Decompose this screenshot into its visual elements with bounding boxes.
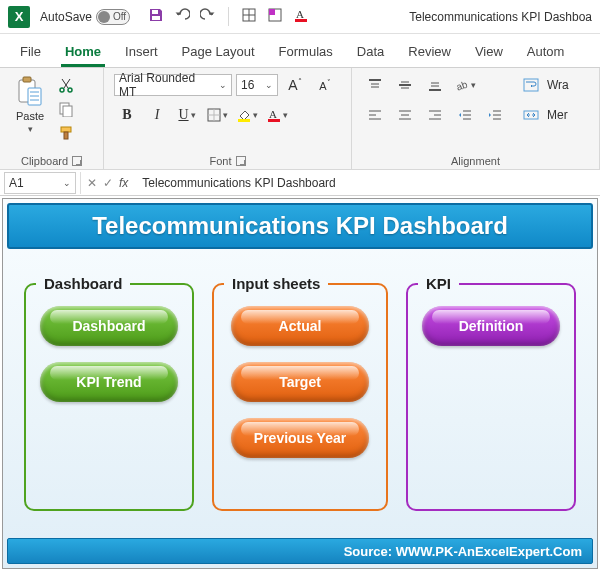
redo-icon[interactable] — [200, 7, 216, 26]
font-size-combo[interactable]: 16⌄ — [236, 74, 278, 96]
ribbon: Paste ▾ Clipboard Arial Rounded MT⌄ 16⌄ … — [0, 68, 600, 170]
increase-font-button[interactable]: A˄ — [282, 74, 308, 96]
copy-icon[interactable] — [56, 100, 76, 118]
formula-bar: A1⌄ ✕ ✓ fx Telecommunications KPI Dashbo… — [0, 170, 600, 196]
merge-center-button[interactable]: Mer — [518, 104, 574, 126]
title-bar: AutoSave Off A Telecommunications KPI Da… — [0, 0, 600, 34]
svg-rect-24 — [238, 119, 250, 122]
btn-definition[interactable]: Definition — [422, 306, 560, 346]
autosave-label: AutoSave — [40, 10, 92, 24]
clipboard-group-label: Clipboard — [21, 155, 68, 167]
name-box[interactable]: A1⌄ — [4, 172, 76, 194]
tab-automate[interactable]: Autom — [523, 38, 569, 67]
cancel-formula-icon[interactable]: ✕ — [87, 176, 97, 190]
borders-qat-icon[interactable] — [241, 7, 257, 26]
svg-text:A: A — [296, 8, 304, 20]
cut-icon[interactable] — [56, 76, 76, 94]
tab-data[interactable]: Data — [353, 38, 388, 67]
tab-formulas[interactable]: Formulas — [275, 38, 337, 67]
panel-dashboard: Dashboard Dashboard KPI Trend — [24, 275, 194, 511]
format-painter-icon[interactable] — [56, 124, 76, 142]
chevron-down-icon: ▾ — [28, 124, 33, 134]
tab-page-layout[interactable]: Page Layout — [178, 38, 259, 67]
quick-access-toolbar: A — [148, 7, 309, 26]
svg-rect-19 — [61, 127, 71, 132]
font-name-value: Arial Rounded MT — [119, 71, 215, 99]
align-top-button[interactable] — [362, 74, 388, 96]
btn-target[interactable]: Target — [231, 362, 369, 402]
tab-view[interactable]: View — [471, 38, 507, 67]
svg-rect-10 — [23, 77, 31, 82]
separator — [228, 7, 229, 26]
font-name-combo[interactable]: Arial Rounded MT⌄ — [114, 74, 232, 96]
svg-rect-8 — [295, 19, 307, 22]
autosave-toggle[interactable]: Off — [96, 9, 130, 25]
increase-indent-button[interactable] — [482, 104, 508, 126]
btn-previous-year[interactable]: Previous Year — [231, 418, 369, 458]
tab-review[interactable]: Review — [404, 38, 455, 67]
wrap-label: Wra — [547, 78, 569, 92]
panel-kpi: KPI Definition — [406, 275, 576, 511]
panel-dashboard-legend: Dashboard — [36, 275, 130, 292]
chevron-down-icon: ⌄ — [219, 80, 227, 90]
document-title: Telecommunications KPI Dashboa — [389, 10, 592, 24]
group-clipboard: Paste ▾ Clipboard — [0, 68, 104, 169]
btn-actual[interactable]: Actual — [231, 306, 369, 346]
align-middle-button[interactable] — [392, 74, 418, 96]
decrease-indent-button[interactable] — [452, 104, 478, 126]
svg-point-15 — [60, 88, 64, 92]
panel-kpi-legend: KPI — [418, 275, 459, 292]
chevron-down-icon: ⌄ — [265, 80, 273, 90]
svg-point-16 — [68, 88, 72, 92]
align-right-button[interactable] — [422, 104, 448, 126]
panel-input-sheets: Input sheets Actual Target Previous Year — [212, 275, 388, 511]
fill-color-button[interactable]: ▾ — [234, 104, 260, 126]
dashboard-footer: Source: WWW.PK-AnExcelExpert.Com — [7, 538, 593, 564]
tab-insert[interactable]: Insert — [121, 38, 162, 67]
group-font: Arial Rounded MT⌄ 16⌄ A˄ A˅ B I U▾ ▾ ▾ A… — [104, 68, 352, 169]
excel-logo-icon — [8, 6, 30, 28]
chevron-down-icon: ▾ — [283, 110, 288, 120]
save-icon[interactable] — [148, 7, 164, 26]
align-left-button[interactable] — [362, 104, 388, 126]
font-launcher-icon[interactable] — [236, 156, 246, 166]
decrease-font-button[interactable]: A˅ — [312, 74, 338, 96]
tab-file[interactable]: File — [16, 38, 45, 67]
clipboard-launcher-icon[interactable] — [72, 156, 82, 166]
svg-rect-18 — [63, 106, 72, 117]
btn-kpi-trend[interactable]: KPI Trend — [40, 362, 178, 402]
underline-button[interactable]: U▾ — [174, 104, 200, 126]
autosave-state: Off — [113, 11, 126, 22]
font-group-label: Font — [209, 155, 231, 167]
formula-input[interactable]: Telecommunications KPI Dashboard — [134, 176, 600, 190]
italic-button[interactable]: I — [144, 104, 170, 126]
ribbon-tabs: File Home Insert Page Layout Formulas Da… — [0, 34, 600, 68]
chevron-down-icon: ▾ — [191, 110, 196, 120]
autosave-control[interactable]: AutoSave Off — [40, 9, 130, 25]
tab-home[interactable]: Home — [61, 38, 105, 67]
svg-rect-1 — [152, 16, 160, 20]
orientation-button[interactable]: ab▾ — [452, 74, 478, 96]
paste-button[interactable]: Paste ▾ — [10, 74, 50, 136]
svg-text:ab: ab — [455, 78, 469, 92]
bold-button[interactable]: B — [114, 104, 140, 126]
svg-rect-0 — [152, 10, 158, 14]
undo-icon[interactable] — [174, 7, 190, 26]
borders-button[interactable]: ▾ — [204, 104, 230, 126]
chevron-down-icon: ▾ — [471, 80, 476, 90]
accept-formula-icon[interactable]: ✓ — [103, 176, 113, 190]
font-color-qat-icon[interactable]: A — [293, 7, 309, 26]
font-color-button[interactable]: A▾ — [264, 104, 290, 126]
btn-dashboard[interactable]: Dashboard — [40, 306, 178, 346]
fx-icon[interactable]: fx — [119, 176, 128, 190]
alignment-group-label: Alignment — [451, 155, 500, 167]
paste-label: Paste — [16, 110, 44, 122]
svg-rect-26 — [268, 119, 280, 122]
fill-qat-icon[interactable] — [267, 7, 283, 26]
dashboard-title: Telecommunications KPI Dashboard — [7, 203, 593, 249]
align-center-button[interactable] — [392, 104, 418, 126]
name-box-value: A1 — [9, 176, 24, 190]
wrap-text-button[interactable]: Wra — [518, 74, 574, 96]
toggle-knob-icon — [98, 11, 110, 23]
align-bottom-button[interactable] — [422, 74, 448, 96]
